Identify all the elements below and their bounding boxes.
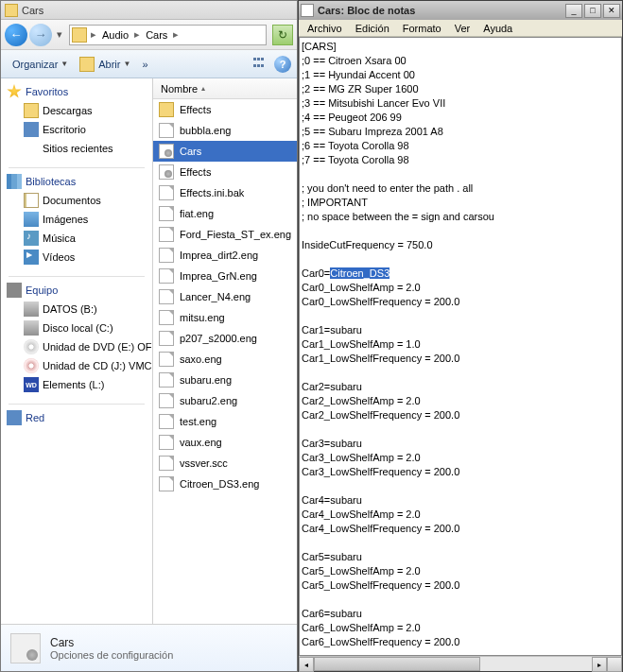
sidebar-item[interactable]: Vídeos <box>1 248 152 267</box>
breadcrumb-seg-cars[interactable]: Cars <box>142 26 171 44</box>
file-row[interactable]: Effects <box>153 162 297 182</box>
maximize-button[interactable]: □ <box>584 4 601 18</box>
file-row[interactable]: mitsu.eng <box>153 307 297 328</box>
scroll-left-button[interactable]: ◂ <box>299 657 314 672</box>
file-row[interactable]: vaux.eng <box>153 432 297 453</box>
sidebar-item[interactable]: Unidad de DVD (E:) OFF <box>1 337 152 356</box>
sidebar-item[interactable]: Documentos <box>1 191 152 210</box>
notepad-menubar: ArchivoEdiciónFormatoVerAyuda <box>299 20 622 37</box>
explorer-window: Cars ← → ▾ ▸ Audio ▸ Cars ▸ ↻ Organizar▼… <box>0 0 298 672</box>
file-row[interactable]: Citroen_DS3.eng <box>153 474 297 494</box>
file-name: mitsu.eng <box>180 312 225 323</box>
item-icon <box>24 122 39 137</box>
file-row[interactable]: Effects <box>153 99 297 120</box>
file-row[interactable]: fiat.eng <box>153 203 297 224</box>
minimize-button[interactable]: _ <box>565 4 582 18</box>
network-icon <box>7 410 22 425</box>
file-row[interactable]: Cars <box>153 141 297 162</box>
sidebar-item[interactable]: Sitios recientes <box>1 139 152 158</box>
file-row[interactable]: Imprea_dirt2.eng <box>153 245 297 266</box>
menu-item[interactable]: Ver <box>448 22 477 35</box>
menu-item[interactable]: Archivo <box>301 22 349 35</box>
file-icon <box>159 352 174 367</box>
file-icon <box>159 102 174 117</box>
more-label: » <box>142 59 147 70</box>
column-header-name[interactable]: Nombre▴ <box>153 78 297 99</box>
file-name: p207_s2000.eng <box>180 333 257 344</box>
explorer-titlebar[interactable]: Cars <box>1 1 297 20</box>
help-button[interactable]: ? <box>274 56 291 73</box>
drive-icon <box>24 358 39 373</box>
item-icon <box>24 103 39 118</box>
file-list[interactable]: Effectsbubbla.engCarsEffectsEffects.ini.… <box>153 99 297 624</box>
drive-icon <box>24 320 39 336</box>
sidebar-item[interactable]: Disco local (C:) <box>1 319 152 337</box>
file-name: Effects.ini.bak <box>180 187 244 198</box>
file-row[interactable]: p207_s2000.eng <box>153 328 297 349</box>
notepad-textarea[interactable]: [CARS] ;0 == Citroen Xsara 00 ;1 == Hyun… <box>299 37 622 656</box>
sidebar-item[interactable]: DATOS (B:) <box>1 300 152 319</box>
horizontal-scrollbar[interactable]: ◂ ▸ <box>299 656 622 671</box>
file-row[interactable]: saxo.eng <box>153 349 297 370</box>
file-name: Cars <box>180 146 201 157</box>
resize-grip[interactable] <box>607 657 622 672</box>
sidebar-item[interactable]: Escritorio <box>1 120 152 139</box>
open-button[interactable]: Abrir▼ <box>74 54 136 75</box>
file-icon <box>159 185 174 200</box>
item-icon <box>24 250 39 265</box>
scroll-right-button[interactable]: ▸ <box>592 657 607 672</box>
sidebar-item[interactable]: Música <box>1 229 152 248</box>
file-name: Imprea_GrN.eng <box>180 270 257 282</box>
text-content: [CARS] ;0 == Citroen Xsara 00 ;1 == Hyun… <box>302 41 494 279</box>
file-row[interactable]: Effects.ini.bak <box>153 182 297 203</box>
sidebar-item[interactable]: WDElements (L:) <box>1 375 152 394</box>
file-row[interactable]: Imprea_GrN.eng <box>153 266 297 286</box>
back-button[interactable]: ← <box>5 24 27 46</box>
file-name: Citroen_DS3.eng <box>180 478 259 490</box>
refresh-button[interactable]: ↻ <box>272 25 293 45</box>
item-label: Sitios recientes <box>43 143 113 154</box>
scroll-thumb[interactable] <box>314 657 480 671</box>
sidebar-header-libraries[interactable]: Bibliotecas <box>1 172 152 191</box>
nav-history-dropdown[interactable]: ▾ <box>54 24 65 46</box>
sidebar-header-computer[interactable]: Equipo <box>1 281 152 300</box>
view-button[interactable] <box>251 56 268 73</box>
item-icon <box>24 212 39 227</box>
file-row[interactable]: test.eng <box>153 411 297 432</box>
breadcrumb-seg-audio[interactable]: Audio <box>98 26 132 44</box>
breadcrumb[interactable]: ▸ Audio ▸ Cars ▸ <box>69 25 267 45</box>
file-row[interactable]: Lancer_N4.eng <box>153 286 297 307</box>
file-row[interactable]: subaru.eng <box>153 370 297 390</box>
sidebar-item[interactable]: Descargas <box>1 101 152 120</box>
file-row[interactable]: bubbla.eng <box>153 120 297 141</box>
sidebar-group-libraries: Bibliotecas DocumentosImágenesMúsicaVíde… <box>1 172 152 267</box>
sort-asc-icon: ▴ <box>201 84 205 93</box>
sidebar-item[interactable]: Unidad de CD (J:) VMC <box>1 356 152 375</box>
menu-item[interactable]: Ayuda <box>476 22 519 35</box>
file-icon <box>159 331 174 346</box>
file-row[interactable]: subaru2.eng <box>153 390 297 411</box>
divider <box>9 167 145 168</box>
close-button[interactable]: ✕ <box>603 4 620 18</box>
computer-icon <box>7 283 22 298</box>
menu-item[interactable]: Formato <box>396 22 448 35</box>
sidebar-item[interactable]: Imágenes <box>1 210 152 229</box>
item-label: Unidad de CD (J:) VMC <box>43 360 152 371</box>
item-label: Disco local (C:) <box>43 322 113 334</box>
file-pane: Nombre▴ Effectsbubbla.engCarsEffectsEffe… <box>152 78 297 624</box>
notepad-titlebar[interactable]: Cars: Bloc de notas _ □ ✕ <box>299 1 622 20</box>
menu-item[interactable]: Edición <box>349 22 396 35</box>
notepad-window: Cars: Bloc de notas _ □ ✕ ArchivoEdición… <box>298 0 623 672</box>
item-label: Elements (L:) <box>43 379 104 390</box>
sidebar-header-network[interactable]: Red <box>1 408 152 427</box>
scroll-track[interactable] <box>314 657 592 671</box>
item-icon <box>24 231 39 246</box>
column-label: Nombre <box>161 83 198 95</box>
forward-button[interactable]: → <box>29 24 52 46</box>
more-button[interactable]: » <box>136 56 153 73</box>
file-row[interactable]: vssver.scc <box>153 453 297 474</box>
sidebar-header-favorites[interactable]: Favoritos <box>1 82 152 101</box>
file-row[interactable]: Ford_Fiesta_ST_ex.eng <box>153 224 297 245</box>
organize-button[interactable]: Organizar▼ <box>7 56 74 73</box>
file-type-icon <box>10 633 41 663</box>
